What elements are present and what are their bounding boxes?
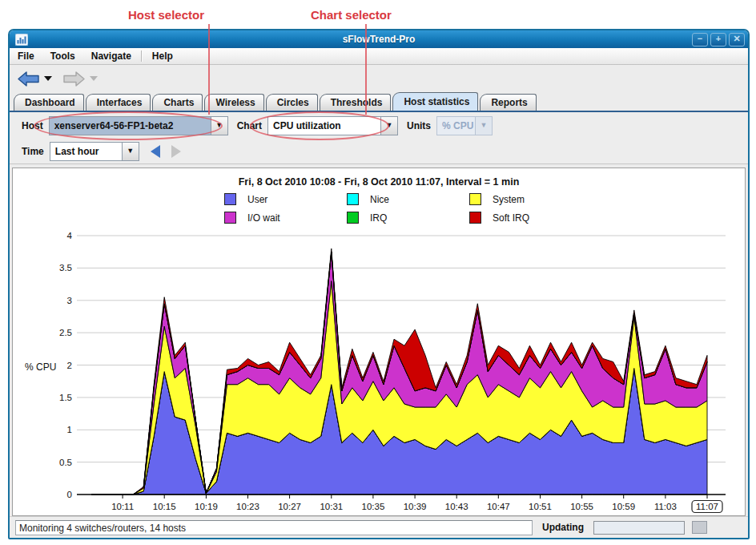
host-label: Host: [22, 120, 43, 131]
time-combobox[interactable]: Last hour ▼: [50, 142, 139, 161]
maximize-button[interactable]: +: [710, 33, 726, 46]
forward-dropdown-caret-icon[interactable]: [90, 76, 98, 81]
time-previous-icon[interactable]: [151, 145, 160, 158]
chart-combobox[interactable]: CPU utilization ▼: [267, 116, 398, 135]
window-controls: − + ✕: [692, 33, 745, 46]
status-message-field: Monitoring 4 switches/routers, 14 hosts: [15, 520, 533, 535]
titlebar: sFlowTrend-Pro − + ✕: [10, 30, 748, 48]
x-tick-label: 10:19: [195, 502, 218, 511]
time-combobox-button[interactable]: ▼: [122, 143, 139, 160]
back-dropdown-caret-icon[interactable]: [44, 76, 52, 81]
chart-selector-annotation: Chart selector: [311, 8, 392, 22]
y-axis-title: % CPU: [25, 361, 56, 373]
legend-name: System: [493, 194, 525, 205]
x-tick-label: 10:11: [111, 502, 134, 511]
legend-item: Nice: [347, 193, 469, 205]
selector-row: Host xenserver64-56-FP1-beta2 ▼ Chart CP…: [10, 111, 748, 139]
tab-charts[interactable]: Charts: [152, 94, 203, 111]
x-tick-label: 10:47: [487, 502, 510, 511]
tab-wireless[interactable]: Wireless: [204, 94, 263, 111]
time-label: Time: [22, 146, 44, 157]
x-tick-label: 10:23: [236, 502, 259, 511]
tab-host-statistics[interactable]: Host statistics: [392, 92, 478, 111]
navigation-toolbar: [10, 65, 748, 92]
x-tick-label: 11:03: [654, 502, 677, 511]
tab-reports[interactable]: Reports: [480, 94, 536, 111]
y-tick-label: 3: [67, 296, 72, 305]
x-tick-label: 11:07: [696, 502, 718, 511]
x-tick-label: 10:59: [612, 502, 635, 511]
legend-name: Soft IRQ: [493, 212, 529, 224]
units-combobox-button[interactable]: ▼: [475, 117, 492, 135]
x-tick-label: 10:55: [570, 502, 593, 511]
y-tick-label: 1.5: [59, 393, 72, 402]
tab-thresholds[interactable]: Thresholds: [320, 94, 392, 111]
chart-label: Chart: [237, 120, 262, 131]
menu-file[interactable]: File: [10, 48, 42, 64]
legend-item: Soft IRQ: [469, 212, 605, 224]
legend-swatch-icon: [224, 193, 236, 205]
tab-circles[interactable]: Circles: [266, 94, 318, 111]
units-label: Units: [407, 120, 431, 131]
legend-name: Nice: [370, 194, 389, 205]
legend-swatch-icon: [347, 212, 359, 224]
x-tick-label: 10:27: [278, 502, 301, 511]
updating-label: Updating: [542, 522, 584, 533]
y-tick-label: 0: [67, 490, 72, 499]
cpu-utilization-chart: 43.532.521.510.50% CPU10:1110:1510:1910:…: [13, 224, 742, 515]
combo-arrow-icon: ▼: [386, 122, 393, 129]
host-selector-annotation: Host selector: [128, 8, 204, 22]
combo-arrow-icon: ▼: [127, 147, 134, 155]
legend-swatch-icon: [469, 193, 481, 205]
chart-combobox-value[interactable]: CPU utilization: [268, 117, 380, 135]
chart-panel: Fri, 8 Oct 2010 10:08 - Fri, 8 Oct 2010 …: [12, 168, 746, 516]
legend-item: User: [224, 193, 347, 205]
legend-swatch-icon: [224, 212, 236, 224]
tab-dashboard[interactable]: Dashboard: [14, 94, 84, 111]
x-tick-label: 10:39: [404, 502, 427, 511]
time-row: Time Last hour ▼: [10, 139, 748, 164]
tab-bar: Dashboard Interfaces Charts Wireless Cir…: [10, 92, 748, 111]
minimize-button[interactable]: −: [692, 33, 708, 46]
legend-item: I/O wait: [224, 212, 347, 224]
legend-item: IRQ: [347, 212, 469, 224]
close-button[interactable]: ✕: [729, 33, 745, 46]
legend-item: System: [469, 193, 605, 205]
menu-tools[interactable]: Tools: [42, 48, 83, 64]
window-title: sFlowTrend-Pro: [10, 34, 748, 45]
legend-name: I/O wait: [247, 212, 280, 224]
y-tick-label: 2.5: [59, 328, 72, 337]
legend-name: User: [247, 194, 267, 205]
combo-arrow-icon: ▼: [481, 122, 488, 129]
back-arrow-icon[interactable]: [18, 71, 39, 87]
units-combobox[interactable]: % CPU ▼: [436, 116, 493, 135]
menu-navigate[interactable]: Navigate: [83, 48, 139, 64]
chart-title: Fri, 8 Oct 2010 10:08 - Fri, 8 Oct 2010 …: [13, 176, 745, 188]
legend-swatch-icon: [347, 193, 359, 205]
update-progress-bar: [593, 521, 685, 535]
y-tick-label: 1: [67, 425, 72, 434]
legend-name: IRQ: [370, 212, 387, 224]
host-combobox[interactable]: xenserver64-56-FP1-beta2 ▼: [49, 116, 228, 135]
menubar: File Tools Navigate Help: [10, 48, 748, 65]
y-tick-label: 3.5: [59, 263, 72, 272]
menu-separator: [141, 50, 143, 62]
x-tick-label: 10:43: [445, 502, 468, 511]
y-tick-label: 0.5: [59, 458, 72, 467]
x-tick-label: 10:51: [529, 502, 552, 511]
screen: Host selector Chart selector sFlowTrend-…: [0, 0, 756, 545]
app-window: sFlowTrend-Pro − + ✕ File Tools Navigate…: [8, 29, 750, 539]
status-bar: Monitoring 4 switches/routers, 14 hosts …: [10, 516, 748, 538]
time-combobox-value[interactable]: Last hour: [50, 143, 122, 160]
x-tick-label: 10:31: [320, 502, 343, 511]
forward-arrow-icon[interactable]: [63, 71, 85, 87]
x-tick-label: 10:35: [362, 502, 385, 511]
host-combobox-value[interactable]: xenserver64-56-FP1-beta2: [50, 117, 211, 135]
time-next-icon[interactable]: [171, 145, 181, 158]
tab-interfaces[interactable]: Interfaces: [86, 94, 151, 111]
chart-combobox-button[interactable]: ▼: [380, 117, 397, 135]
menu-help[interactable]: Help: [144, 48, 181, 64]
progress-stop-button[interactable]: [692, 521, 707, 534]
host-combobox-button[interactable]: ▼: [211, 117, 227, 135]
y-tick-label: 2: [67, 361, 72, 370]
